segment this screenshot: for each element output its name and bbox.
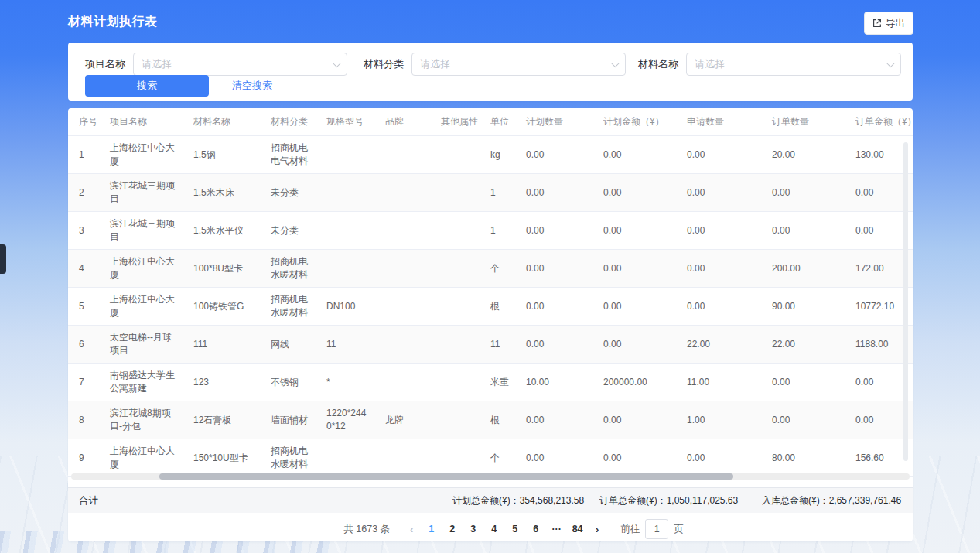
cell-spec: *	[326, 376, 330, 389]
plan-total-value: 354,568,213.58	[520, 495, 584, 506]
table-cell-order_qty: 20.00	[764, 136, 848, 173]
table-cell-idx: 5	[68, 288, 102, 325]
cell-idx: 6	[79, 338, 84, 351]
table-cell-idx: 9	[68, 439, 102, 476]
clear-search-link[interactable]: 清空搜索	[232, 75, 272, 97]
filter-material: 材料名称 请选择	[638, 53, 901, 76]
table-cell-spec	[319, 212, 377, 249]
table-cell-spec	[319, 174, 377, 211]
export-icon	[872, 19, 882, 28]
cell-project: 滨江花城8期项目-分包	[110, 407, 178, 433]
column-header-name: 材料名称	[186, 115, 263, 128]
table-cell-plan_qty: 10.00	[518, 364, 596, 401]
table-cell-plan_qty: 0.00	[518, 174, 596, 211]
cell-order_amt: 10772.10	[855, 300, 894, 313]
table-cell-brand	[377, 326, 433, 363]
cell-plan_qty: 10.00	[526, 376, 549, 389]
search-button[interactable]: 搜索	[85, 75, 209, 97]
cell-project: 上海松江中心大厦	[110, 293, 178, 319]
horizontal-scrollbar-thumb[interactable]	[159, 473, 733, 480]
chevron-left-icon[interactable]: ‹	[402, 524, 421, 535]
cell-apply_qty: 0.00	[687, 148, 705, 162]
cell-name: 12石膏板	[193, 414, 231, 427]
table-cell-plan_qty: 0.00	[518, 212, 596, 249]
pager-page-6[interactable]: 6	[525, 519, 546, 539]
horizontal-scrollbar-track[interactable]	[71, 473, 910, 480]
table-cell-other	[433, 288, 483, 325]
table-cell-brand	[377, 174, 433, 211]
table-cell-spec	[319, 250, 377, 287]
table-cell-plan_qty: 0.00	[518, 288, 596, 325]
material-select[interactable]: 请选择	[686, 53, 901, 76]
table-header-row: 序号项目名称材料名称材料分类规格型号品牌其他属性单位计划数量计划金额（¥）申请数…	[68, 108, 913, 136]
chevron-down-icon	[333, 59, 341, 67]
pager-page-2[interactable]: 2	[442, 519, 463, 539]
column-header-plan_qty: 计划数量	[518, 115, 596, 128]
table-cell-brand	[377, 136, 433, 173]
pager-page-3[interactable]: 3	[463, 519, 483, 539]
cell-idx: 8	[79, 414, 84, 427]
cell-idx: 2	[79, 186, 84, 200]
pager-page-1[interactable]: 1	[421, 519, 442, 539]
side-drawer-handle[interactable]	[0, 244, 6, 274]
table-cell-category: 招商机电水暖材料	[263, 250, 319, 287]
table-cell-unit: 个	[483, 439, 518, 476]
inbound-total-amount: 入库总金额(¥)：2,657,339,761.46	[762, 488, 901, 514]
table-cell-plan_qty: 0.00	[518, 401, 596, 439]
pager-page-4[interactable]: 4	[483, 519, 504, 539]
table-cell-apply_qty: 0.00	[679, 212, 764, 249]
table-cell-apply_qty: 0.00	[679, 174, 764, 211]
table-cell-name: 111	[186, 326, 263, 363]
cell-plan_qty: 0.00	[526, 186, 544, 200]
table-cell-brand	[377, 364, 433, 401]
table-cell-order_qty: 200.00	[764, 250, 848, 287]
cell-category: 网线	[271, 338, 289, 351]
project-filter-label: 项目名称	[85, 57, 125, 71]
page-unit-label: 页	[674, 523, 684, 536]
chevron-down-icon	[611, 59, 620, 67]
order-total-amount: 订单总金额(¥)：1,050,117,025.63	[599, 488, 738, 514]
chevron-right-icon[interactable]: ›	[588, 524, 606, 535]
table-cell-idx: 1	[68, 136, 102, 173]
project-select-placeholder: 请选择	[142, 57, 172, 71]
category-select-placeholder: 请选择	[420, 57, 450, 71]
table-cell-unit: 米重	[483, 364, 518, 401]
goto-page-input[interactable]	[645, 519, 668, 539]
cell-project: 滨江花城三期项目	[110, 179, 178, 206]
table-cell-other	[433, 250, 483, 287]
pager-page-84[interactable]: 84	[567, 519, 588, 539]
inbound-total-value: 2,657,339,761.46	[829, 495, 901, 506]
cell-category: 未分类	[271, 186, 299, 200]
pager-more-icon[interactable]: ···	[546, 519, 567, 539]
column-header-apply_qty: 申请数量	[679, 115, 764, 128]
table-cell-apply_qty: 0.00	[679, 288, 764, 325]
page-jumper: 前往 页	[620, 519, 684, 539]
material-filter-label: 材料名称	[638, 57, 678, 71]
cell-category: 招商机电水暖材料	[271, 445, 311, 471]
cell-idx: 5	[79, 300, 84, 313]
project-select[interactable]: 请选择	[133, 53, 347, 76]
table-row: 7南钢盛达大学生公寓新建123不锈钢*米重10.00200000.0011.00…	[68, 364, 913, 401]
cell-plan_qty: 0.00	[526, 148, 544, 162]
category-select[interactable]: 请选择	[411, 53, 626, 76]
table-cell-spec: 1220*2440*12	[319, 401, 377, 439]
pager-page-5[interactable]: 5	[504, 519, 525, 539]
cell-plan_qty: 0.00	[526, 224, 544, 237]
material-plan-report-page: 材料计划执行表 导出 项目名称 请选择 材料分类 请选择	[0, 0, 980, 553]
cell-name: 100铸铁管G	[193, 300, 244, 313]
cell-name: 1.5钢	[193, 148, 216, 162]
table-cell-order_qty: 22.00	[764, 326, 848, 363]
order-total-value: 1,050,117,025.63	[667, 495, 739, 506]
table-cell-unit: 1	[483, 174, 518, 211]
table-cell-spec: *	[319, 364, 377, 401]
cell-idx: 3	[79, 224, 84, 237]
vertical-scrollbar[interactable]	[903, 142, 908, 461]
table-cell-idx: 8	[68, 401, 102, 439]
export-button[interactable]: 导出	[864, 12, 913, 35]
cell-unit: 11	[490, 338, 500, 351]
column-header-order_qty: 订单数量	[764, 115, 848, 128]
cell-unit: 1	[490, 224, 496, 237]
table-cell-unit: 1	[483, 212, 518, 249]
table-cell-other	[433, 326, 483, 363]
table-row: 6太空电梯--月球项目111网线11110.000.0022.0022.0011…	[68, 326, 913, 364]
